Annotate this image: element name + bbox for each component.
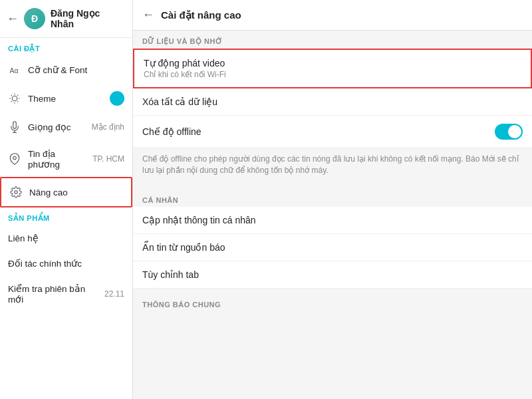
version-value: 22.11 [104, 289, 124, 299]
version-label: Kiểm tra phiên bản mới [8, 283, 98, 305]
right-item-hide-source[interactable]: Ẩn tin từ nguồn báo [133, 234, 532, 261]
font-label: Cỡ chữ & Font [28, 65, 124, 75]
settings-section-label: CÀI ĐẶT [0, 38, 132, 56]
advanced-label: Nâng cao [29, 188, 123, 198]
menu-item-version[interactable]: Kiểm tra phiên bản mới 22.11 [0, 276, 132, 312]
partner-label: Đối tác chính thức [8, 258, 124, 269]
right-title: Cài đặt nâng cao [161, 9, 241, 21]
gear-icon [9, 186, 23, 199]
left-back-button[interactable]: ← [7, 12, 19, 26]
user-name: Đăng Ngọc Nhân [51, 8, 126, 29]
right-item-auto-play[interactable]: Tự động phát video Chỉ khi có kết nối Wi… [133, 49, 532, 88]
menu-item-theme[interactable]: Theme [0, 84, 132, 113]
offline-main: Chế độ offline [142, 126, 495, 137]
auto-play-title: Tự động phát video [144, 58, 521, 68]
theme-toggle[interactable] [110, 91, 124, 106]
voice-icon [8, 120, 21, 134]
local-label: Tin địa phương [28, 148, 86, 170]
menu-item-local[interactable]: Tin địa phương TP. HCM [0, 141, 132, 177]
theme-icon [8, 92, 21, 105]
menu-item-contact[interactable]: Liên hệ [0, 225, 132, 251]
contact-label: Liên hệ [8, 233, 124, 243]
local-value: TP. HCM [92, 154, 124, 164]
theme-label: Theme [28, 94, 103, 104]
auto-play-subtitle: Chỉ khi có kết nối Wi-Fi [144, 70, 521, 79]
right-item-custom-tab[interactable]: Tùy chỉnh tab [133, 261, 532, 289]
auto-play-main: Tự động phát video Chỉ khi có kết nối Wi… [144, 58, 521, 79]
divider-2 [133, 289, 532, 294]
custom-tab-title: Tùy chỉnh tab [142, 269, 523, 280]
custom-tab-main: Tùy chỉnh tab [142, 269, 523, 280]
product-section-label: SẢN PHẨM [0, 207, 132, 225]
personal-section-label: CÁ NHÂN [133, 190, 532, 207]
svg-point-1 [12, 96, 17, 101]
offline-toggle[interactable] [495, 124, 523, 140]
left-header: ← Đ Đăng Ngọc Nhân [0, 0, 132, 38]
data-section-label: DỮ LIỆU VÀ BỘ NHỚ [133, 31, 532, 49]
left-panel: ← Đ Đăng Ngọc Nhân CÀI ĐẶT Aα Cỡ chữ & F… [0, 0, 133, 399]
update-info-main: Cập nhật thông tin cá nhân [142, 215, 523, 225]
update-info-title: Cập nhật thông tin cá nhân [142, 215, 523, 225]
right-item-update-info[interactable]: Cập nhật thông tin cá nhân [133, 207, 532, 234]
hide-source-main: Ẩn tin từ nguồn báo [142, 242, 523, 253]
location-icon [8, 152, 21, 166]
menu-item-voice[interactable]: Giọng đọc Mặc định [0, 113, 132, 141]
avatar: Đ [24, 8, 45, 29]
menu-item-partner[interactable]: Đối tác chính thức [0, 251, 132, 276]
menu-item-font[interactable]: Aα Cỡ chữ & Font [0, 56, 132, 84]
svg-text:Aα: Aα [10, 66, 19, 74]
clear-data-title: Xóa tất cả dữ liệu [142, 96, 523, 107]
right-item-offline[interactable]: Chế độ offline [133, 116, 532, 148]
right-back-button[interactable]: ← [142, 8, 154, 22]
offline-description: Chế độ offline cho phép người dùng đọc c… [133, 148, 532, 184]
right-item-clear-data[interactable]: Xóa tất cả dữ liệu [133, 88, 532, 116]
clear-data-main: Xóa tất cả dữ liệu [142, 96, 523, 107]
svg-point-5 [15, 191, 18, 194]
font-icon: Aα [8, 63, 21, 76]
divider-1 [133, 184, 532, 190]
offline-title: Chế độ offline [142, 126, 495, 137]
notification-section-label: THÔNG BÁO CHUNG [133, 294, 532, 311]
hide-source-title: Ẩn tin từ nguồn báo [142, 242, 523, 253]
voice-label: Giọng đọc [28, 122, 85, 132]
svg-point-4 [13, 156, 17, 160]
right-header: ← Cài đặt nâng cao [133, 0, 532, 31]
right-panel: ← Cài đặt nâng cao DỮ LIỆU VÀ BỘ NHỚ Tự … [133, 0, 532, 399]
voice-value: Mặc định [92, 122, 124, 132]
menu-item-advanced[interactable]: Nâng cao [0, 177, 132, 207]
